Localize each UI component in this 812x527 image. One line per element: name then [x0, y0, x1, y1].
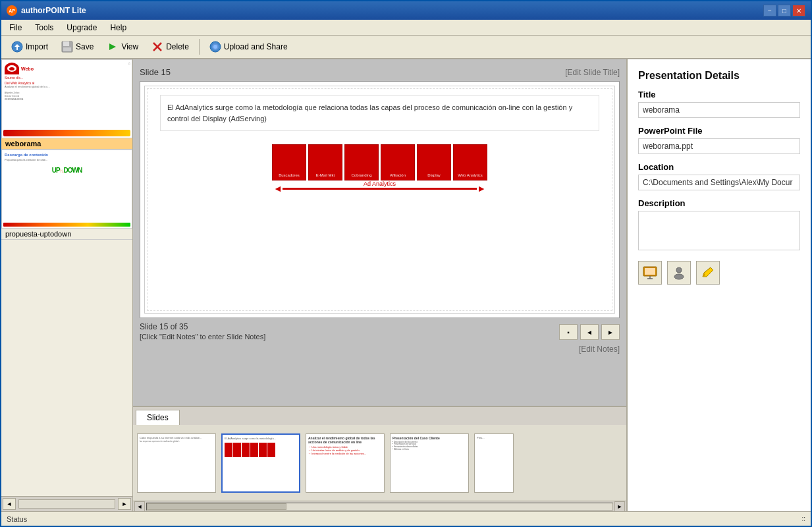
ppt-label: PowerPoint File [638, 126, 800, 136]
box-afiliacion: Afiliación [381, 144, 415, 180]
upload-share-button[interactable]: Upload and Share [203, 38, 294, 55]
import-label: Import [26, 42, 48, 51]
bottom-tabs: Slides [133, 407, 626, 425]
slides-tab[interactable]: Slides [136, 410, 180, 425]
location-label: Location [638, 162, 800, 172]
close-button[interactable]: ✕ [792, 5, 805, 16]
menu-upgrade[interactable]: Upgrade [61, 22, 102, 34]
nav-controls: ▪ ◄ ► [559, 324, 620, 340]
nav-first-button[interactable]: ▪ [559, 324, 578, 340]
nav-next-button[interactable]: ► [601, 324, 620, 340]
bottom-panel: Slides Cada respuesta a su internet cada… [133, 406, 626, 511]
sidebar-nav: ◄ ► [1, 496, 132, 511]
thumb-weborama-preview: Webo Source d'e... Del Web Analytics al … [1, 59, 132, 138]
svg-rect-5 [63, 42, 69, 46]
slide-count: Slide 15 of 35 [140, 322, 265, 331]
view-icon [107, 41, 119, 53]
import-button[interactable]: Import [5, 38, 54, 55]
right-panel: Presentation Details Title weborama Powe… [626, 59, 811, 511]
minimize-button[interactable]: − [763, 5, 776, 16]
title-label: Title [638, 90, 800, 99]
bottom-thumb-3[interactable]: Analizar el rendimiento global de todas … [306, 433, 385, 493]
delete-button[interactable]: Delete [146, 38, 195, 55]
svg-rect-6 [63, 47, 71, 51]
description-value[interactable] [638, 211, 800, 250]
thumb-weborama-label: weborama [1, 138, 132, 149]
box-web-analytics: Web Analytics [453, 144, 487, 180]
slide-view-area: Slide 15 [Edit Slide Title] El AdAnalyti… [133, 59, 626, 406]
svg-text:AP: AP [9, 9, 15, 13]
presentation-details: Presentation Details Title weborama Powe… [638, 70, 800, 285]
slide-notes-hint: [Click "Edit Notes" to enter Slide Notes… [140, 331, 265, 342]
upload-share-label: Upload and Share [224, 42, 288, 51]
sidebar-item-propuesta[interactable]: Descarga de contenido Propuesta para la … [1, 150, 132, 240]
slide-footer: Slide 15 of 35 [Click "Edit Notes" to en… [140, 318, 620, 343]
save-label: Save [76, 42, 94, 51]
import-icon [11, 41, 23, 53]
main-content: Webo Source d'e... Del Web Analytics al … [1, 59, 811, 511]
h-scrollbar-track[interactable] [146, 503, 613, 511]
title-bar-left: AP authorPOINT Lite [7, 5, 86, 16]
title-bar: AP authorPOINT Lite − □ ✕ [1, 1, 811, 20]
user-icon-button[interactable] [667, 261, 691, 285]
h-scrollbar-thumb[interactable] [147, 503, 286, 510]
menu-tools[interactable]: Tools [30, 22, 59, 34]
app-icon: AP [7, 5, 17, 16]
sidebar: Webo Source d'e... Del Web Analytics al … [1, 59, 133, 511]
sidebar-scroll-left[interactable]: ◄ [3, 498, 16, 510]
location-value: C:\Documents and Settings\Alex\My Docur [638, 175, 800, 190]
toolbar: Import Save View [1, 36, 811, 59]
ppt-section: PowerPoint File weborama.ppt [638, 126, 800, 154]
presentation-icon-button[interactable] [638, 261, 662, 285]
sidebar-scroll-right[interactable]: ► [118, 498, 131, 510]
diagram-boxes-row: Buscadores E-Mail Mkt Cobranding Afiliac… [272, 144, 487, 180]
save-icon [61, 41, 73, 53]
sidebar-item-weborama[interactable]: Webo Source d'e... Del Web Analytics al … [1, 59, 132, 150]
description-section: Description [638, 198, 800, 250]
sidebar-scrollbar[interactable] [18, 499, 115, 509]
toolbar-separator [199, 39, 200, 55]
pencil-icon [700, 265, 716, 281]
bottom-scrollbar-row: ◄ ► [133, 501, 626, 511]
app-title: authorPOINT Lite [21, 6, 86, 15]
delete-icon [151, 41, 163, 53]
sidebar-empty-space [1, 240, 132, 496]
bottom-slides-strip[interactable]: Cada respuesta a su internet cada vez má… [133, 425, 626, 501]
status-resize: :: [801, 515, 805, 522]
view-label: View [121, 42, 138, 51]
slide-footer-left: Slide 15 of 35 [Click "Edit Notes" to en… [140, 322, 265, 342]
status-bar: Status :: [1, 511, 811, 526]
edit-notes-link[interactable]: [Edit Notes] [140, 345, 620, 354]
edit-icon-button[interactable] [696, 261, 720, 285]
bottom-thumb-5[interactable]: Pres... [474, 433, 514, 493]
svg-marker-7 [109, 43, 116, 50]
scroll-left-arrow[interactable]: ◄ [134, 501, 145, 512]
title-section: Title weborama [638, 90, 800, 118]
slide-title: Slide 15 [140, 67, 171, 77]
center-panel: Slide 15 [Edit Slide Title] El AdAnalyti… [133, 59, 626, 511]
thumb-propuesta-label: propuesta-uptodown [1, 229, 132, 239]
thumb-propuesta-preview: Descarga de contenido Propuesta para la … [1, 150, 132, 229]
menu-file[interactable]: File [4, 22, 27, 34]
menu-help[interactable]: Help [105, 22, 132, 34]
ad-analytics-diagram: Buscadores E-Mail Mkt Cobranding Afiliac… [160, 144, 599, 194]
box-cobranding: Cobranding [344, 144, 379, 180]
presentation-icon [642, 265, 658, 281]
view-button[interactable]: View [101, 38, 144, 55]
svg-point-18 [674, 274, 684, 279]
arrow-label: Ad Analytics [364, 180, 396, 187]
status-text: Status [7, 515, 27, 523]
scroll-right-arrow[interactable]: ► [614, 501, 625, 512]
details-heading: Presentation Details [638, 70, 800, 82]
bottom-thumb-4[interactable]: Presentación del Caso Cliente • Descripc… [390, 433, 469, 493]
user-icon [671, 265, 687, 281]
bottom-thumb-2[interactable]: El AdAnalytics surge como la metodología… [221, 433, 300, 493]
bottom-thumb-1[interactable]: Cada respuesta a su internet cada vez má… [137, 433, 216, 493]
nav-prev-button[interactable]: ◄ [580, 324, 599, 340]
edit-slide-title-link[interactable]: [Edit Slide Title] [565, 68, 620, 77]
maximize-button[interactable]: □ [778, 5, 791, 16]
box-email: E-Mail Mkt [308, 144, 342, 180]
box-buscadores: Buscadores [272, 144, 306, 180]
save-button[interactable]: Save [55, 38, 99, 55]
title-value: weborama [638, 102, 800, 118]
